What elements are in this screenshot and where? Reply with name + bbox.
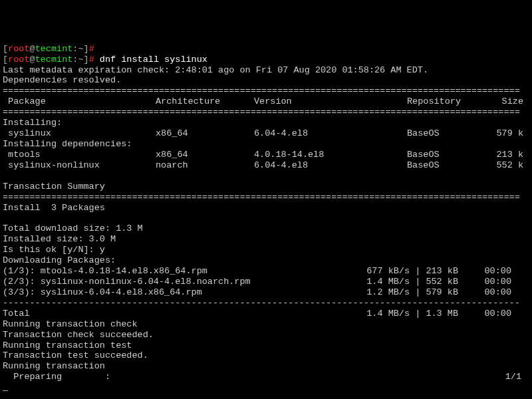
empty-command: [94, 44, 100, 54]
metadata-line: Last metadata expiration check: 2:48:01 …: [3, 65, 428, 75]
total-label: Total: [3, 309, 362, 319]
dl-item: (3/3): syslinux-6.04-4.el8.x86_64.rpm: [3, 287, 362, 298]
transaction-summary: Transaction Summary: [3, 182, 105, 192]
pkg-arch: x86_64: [156, 150, 254, 160]
preparing: Preparing :: [3, 372, 495, 382]
dl-time: 00:00: [458, 277, 511, 287]
pkg-version: 6.04-4.el8: [254, 128, 407, 139]
pkg-repo: BaseOS: [407, 150, 490, 160]
download-size: Total download size: 1.3 M: [3, 223, 143, 233]
run-check: Running transaction check: [3, 319, 138, 329]
cursor: _: [3, 382, 8, 392]
prompt-user: root: [8, 55, 29, 65]
installing-label: Installing:: [3, 118, 62, 128]
dl-item: (1/3): mtools-4.0.18-14.el8.x86_64.rpm: [3, 266, 362, 277]
installing-deps-label: Installing dependencies:: [3, 139, 132, 149]
col-size: Size: [490, 96, 523, 107]
rule: ========================================…: [3, 86, 520, 96]
prompt-bracket: [: [3, 44, 8, 54]
rule: ========================================…: [3, 107, 520, 117]
dl-rate: 1.4 MB/s | 552 kB: [362, 277, 458, 287]
rule: ========================================…: [3, 192, 520, 202]
dl-rate: 1.2 MB/s | 579 kB: [362, 287, 458, 298]
total-time: 00:00: [458, 309, 511, 319]
col-repo: Repository: [407, 96, 490, 107]
rule-dash: ----------------------------------------…: [3, 298, 520, 308]
pkg-size: 579 k: [490, 128, 523, 139]
check-ok: Transaction check succeeded.: [3, 330, 154, 340]
prompt-hash: #: [89, 44, 94, 54]
pkg-name: mtools: [3, 150, 156, 160]
command-line[interactable]: dnf install syslinux: [94, 55, 207, 65]
prompt-host: tecmint: [35, 44, 73, 54]
pkg-size: 213 k: [490, 150, 523, 160]
prompt-at: @: [30, 44, 35, 54]
downloading-label: Downloading Packages:: [3, 255, 116, 265]
installed-size: Installed size: 3.0 M: [3, 234, 116, 244]
col-version: Version: [254, 96, 407, 107]
confirm-prompt[interactable]: Is this ok [y/N]: y: [3, 245, 105, 255]
col-package: Package: [3, 96, 156, 107]
pkg-name: syslinux-nonlinux: [3, 160, 156, 171]
prompt-cwd: :~: [72, 55, 83, 65]
prompt-bracket: [: [3, 55, 8, 65]
prompt-at: @: [30, 55, 35, 65]
test-ok: Transaction test succeeded.: [3, 350, 148, 360]
col-arch: Architecture: [156, 96, 254, 107]
total-rate: 1.4 MB/s | 1.3 MB: [362, 309, 458, 319]
run-transaction: Running transaction: [3, 361, 105, 371]
pkg-repo: BaseOS: [407, 128, 490, 139]
pkg-arch: x86_64: [156, 128, 254, 139]
prompt-cwd: :~: [72, 44, 83, 54]
prompt-host: tecmint: [35, 55, 73, 65]
prompt-user: root: [8, 44, 29, 54]
dl-rate: 677 kB/s | 213 kB: [362, 266, 458, 277]
pkg-name: syslinux: [3, 128, 156, 139]
prompt-hash: #: [89, 55, 94, 65]
pkg-arch: noarch: [156, 160, 254, 171]
deps-resolved: Dependencies resolved.: [3, 75, 121, 85]
pkg-repo: BaseOS: [407, 160, 490, 171]
dl-time: 00:00: [458, 287, 511, 298]
pkg-version: 6.04-4.el8: [254, 160, 407, 171]
prompt-bracket-close: ]: [84, 44, 89, 54]
install-count: Install 3 Packages: [3, 203, 105, 213]
prompt-bracket-close: ]: [84, 55, 89, 65]
pkg-version: 4.0.18-14.el8: [254, 150, 407, 160]
pkg-size: 552 k: [490, 160, 523, 171]
preparing-count: 1/1: [495, 372, 521, 382]
dl-time: 00:00: [458, 266, 511, 277]
run-test: Running transaction test: [3, 340, 132, 350]
dl-item: (2/3): syslinux-nonlinux-6.04-4.el8.noar…: [3, 277, 362, 287]
